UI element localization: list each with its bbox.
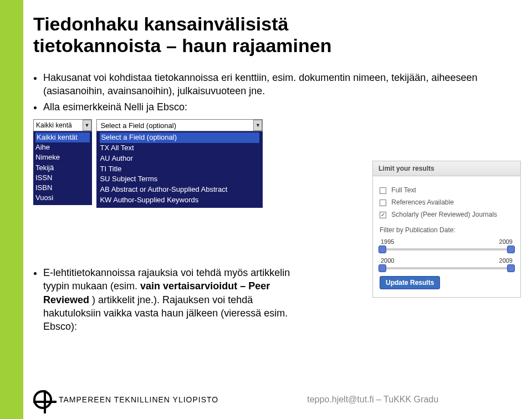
filter-label: Filter by Publication Date: (380, 226, 514, 234)
list-item[interactable]: AU Author (100, 154, 259, 164)
nelli-select[interactable]: Kaikki kentä ▼ (33, 119, 92, 131)
checkbox-icon (380, 187, 386, 194)
limit-header: Limit your results (373, 161, 520, 176)
page-title: Tiedonhaku kansainvälisistä tietokannois… (33, 13, 521, 57)
title-line-1: Tiedonhaku kansainvälisistä (33, 13, 288, 34)
limit-body: Full Text References Available ✓ Scholar… (373, 176, 520, 297)
checkbox-icon: ✓ (380, 212, 386, 218)
list-item[interactable]: TX All Text (100, 143, 259, 154)
intro-block: Hakusanat voi kohdistaa tietokannoissa e… (33, 71, 521, 114)
title-line-2: tietokannoista – haun rajaaminen (33, 35, 331, 56)
list-item[interactable]: Nimeke (35, 152, 90, 162)
date-slider-2[interactable] (382, 267, 511, 269)
update-results-button[interactable]: Update Results (380, 276, 440, 289)
nelli-dropdown: Kaikki kentä ▼ Kaikki kentät Aihe Nimeke… (33, 119, 92, 205)
university-logo: TAMPEREEN TEKNILLINEN YLIOPISTO (33, 390, 218, 409)
list-item[interactable]: TI Title (100, 164, 259, 175)
scholarly-checkbox[interactable]: ✓ Scholarly (Peer Reviewed) Journals (380, 211, 514, 218)
list-item[interactable]: AB Abstract or Author-Supplied Abstract (100, 185, 259, 195)
list-item[interactable]: Aihe (35, 142, 90, 152)
slider-handle-left[interactable] (378, 246, 386, 253)
university-name: TAMPEREEN TEKNILLINEN YLIOPISTO (59, 395, 218, 404)
nelli-selected: Kaikki kentä (36, 121, 72, 129)
references-checkbox[interactable]: References Available (380, 198, 514, 206)
slider-handle-right[interactable] (507, 246, 515, 253)
gear-icon (33, 390, 52, 409)
date-slider-1[interactable] (382, 248, 511, 251)
list-item[interactable]: Vuosi (35, 193, 90, 203)
list-item[interactable]: Select a Field (optional) (100, 132, 259, 143)
ebsco-selected: Select a Field (optional) (100, 121, 176, 130)
year-range-1: 1995 2009 (380, 238, 514, 245)
list-item[interactable]: ISBN (35, 183, 90, 193)
lower-bullets: E-lehtitietokannoissa rajauksia voi tehd… (33, 266, 299, 333)
ebsco-select[interactable]: Select a Field (optional) ▼ (96, 119, 263, 131)
accent-bar (0, 0, 23, 419)
slider-handle-right[interactable] (507, 264, 515, 272)
list-item[interactable]: KW Author-Supplied Keywords (100, 195, 259, 206)
ebsco-dropdown: Select a Field (optional) ▼ Select a Fie… (96, 119, 263, 208)
year-range-2: 2000 2009 (380, 257, 514, 264)
nelli-option-list: Kaikki kentät Aihe Nimeke Tekijä ISSN IS… (33, 131, 92, 205)
list-item[interactable]: Tekijä (35, 163, 90, 173)
slider-handle-left[interactable] (378, 264, 386, 272)
list-item[interactable]: SU Subject Terms (100, 174, 259, 185)
lower-bullet: E-lehtitietokannoissa rajauksia voi tehd… (43, 266, 299, 333)
chevron-down-icon[interactable]: ▼ (83, 120, 91, 131)
checkbox-icon (380, 200, 386, 206)
footer: TAMPEREEN TEKNILLINEN YLIOPISTO teppo.hj… (33, 390, 521, 409)
list-item[interactable]: ISSN (35, 173, 90, 183)
intro-bullet-2: Alla esimerkkeinä Nelli ja Ebsco: (43, 100, 521, 114)
limit-panel: Limit your results Full Text References … (372, 161, 521, 298)
intro-bullet-1: Hakusanat voi kohdistaa tietokannoissa e… (43, 71, 521, 98)
fulltext-checkbox[interactable]: Full Text (380, 186, 514, 194)
ebsco-option-list: Select a Field (optional) TX All Text AU… (96, 131, 263, 208)
chevron-down-icon[interactable]: ▼ (253, 120, 262, 131)
list-item[interactable]: Kaikki kentät (35, 132, 90, 142)
footer-credit: teppo.hjelt@tut.fi – TuKKK Gradu (307, 395, 438, 405)
